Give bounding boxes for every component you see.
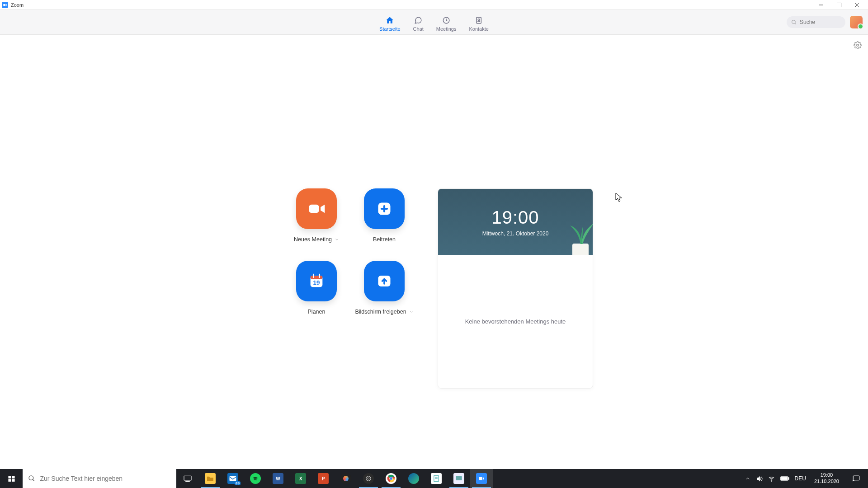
- taskbar-app-spotify[interactable]: [244, 469, 267, 488]
- svg-rect-24: [8, 479, 11, 482]
- tab-meetings[interactable]: Meetings: [436, 13, 457, 32]
- avatar[interactable]: [850, 16, 863, 28]
- svg-rect-21: [572, 244, 589, 255]
- schedule-button[interactable]: 19: [296, 261, 337, 301]
- taskbar-search-input[interactable]: [40, 475, 171, 482]
- taskbar-app-powerpoint[interactable]: P: [312, 469, 335, 488]
- svg-rect-44: [788, 478, 788, 479]
- windows-icon: [8, 475, 15, 483]
- tab-chat[interactable]: Chat: [413, 13, 424, 32]
- titlebar: Zoom: [0, 0, 868, 10]
- taskbar-app-notepad[interactable]: [425, 469, 448, 488]
- notification-icon: [852, 474, 860, 483]
- svg-point-8: [792, 20, 796, 23]
- new-meeting-button[interactable]: [296, 188, 337, 229]
- svg-rect-25: [12, 479, 14, 482]
- schedule-label: Planen: [308, 309, 326, 315]
- taskbar-app-chrome[interactable]: [380, 469, 402, 488]
- chevron-down-icon[interactable]: [335, 237, 339, 242]
- svg-rect-0: [3, 4, 5, 5]
- svg-rect-16: [311, 276, 323, 279]
- calendar-hero: 19:00 Mittwoch, 21. Oktober 2020: [438, 189, 593, 255]
- tray-notifications[interactable]: [847, 469, 865, 488]
- taskbar-search[interactable]: [23, 469, 176, 488]
- tray-clock[interactable]: 19:00 21.10.2020: [811, 472, 842, 485]
- chrome-icon: [386, 473, 396, 484]
- app-icon: [453, 473, 464, 484]
- maximize-button[interactable]: [830, 0, 848, 10]
- cursor-icon: [615, 192, 623, 202]
- taskbar-app-generic1[interactable]: [335, 469, 357, 488]
- chevron-down-icon[interactable]: [409, 310, 414, 314]
- tab-home[interactable]: Startseite: [379, 13, 400, 32]
- share-screen-icon: [376, 273, 392, 289]
- svg-point-10: [857, 44, 859, 47]
- svg-rect-22: [8, 476, 11, 479]
- chat-icon: [414, 16, 422, 25]
- window-title: Zoom: [11, 2, 24, 8]
- obs-icon: [363, 473, 374, 484]
- taskbar-app-zoom[interactable]: [470, 469, 493, 488]
- clock-icon: [442, 16, 450, 25]
- share-screen-button[interactable]: [364, 261, 405, 301]
- calendar-card: 19:00 Mittwoch, 21. Oktober 2020 Keine b…: [438, 188, 593, 389]
- contacts-icon: [475, 16, 483, 25]
- start-button[interactable]: [0, 469, 23, 488]
- wifi-icon: [768, 475, 775, 482]
- search-icon: [791, 19, 797, 25]
- taskbar-app-generic2[interactable]: [448, 469, 470, 488]
- plant-illustration: [557, 210, 593, 255]
- taskbar-app-word[interactable]: W: [267, 469, 289, 488]
- folder-icon: [205, 473, 216, 484]
- task-view-button[interactable]: [176, 469, 199, 488]
- new-meeting-label: Neues Meeting: [294, 236, 332, 243]
- edge-icon: [408, 473, 419, 484]
- taskbar-app-explorer[interactable]: [199, 469, 222, 488]
- video-icon: [307, 199, 326, 219]
- tab-contacts[interactable]: Kontakte: [469, 13, 488, 32]
- svg-point-35: [390, 477, 392, 480]
- zoom-icon: [476, 473, 487, 484]
- svg-rect-28: [184, 476, 191, 480]
- svg-point-31: [366, 476, 371, 481]
- svg-text:19: 19: [313, 279, 320, 286]
- excel-icon: X: [295, 473, 306, 484]
- taskbar-app-obs[interactable]: [357, 469, 380, 488]
- svg-point-26: [29, 476, 33, 480]
- plus-icon: [376, 201, 392, 217]
- chevron-up-icon: [745, 476, 750, 481]
- tab-meetings-label: Meetings: [436, 26, 457, 32]
- close-button[interactable]: [848, 0, 866, 10]
- svg-rect-30: [230, 476, 236, 481]
- notepad-icon: [431, 473, 442, 484]
- minimize-button[interactable]: [812, 0, 830, 10]
- join-label: Beitreten: [373, 236, 396, 243]
- taskbar-app-mail[interactable]: 69: [222, 469, 244, 488]
- taskbar-app-edge[interactable]: [402, 469, 425, 488]
- search-input[interactable]: [800, 19, 840, 25]
- tray-wifi[interactable]: [768, 475, 775, 482]
- taskbar-app-excel[interactable]: X: [289, 469, 312, 488]
- task-view-icon: [183, 475, 192, 482]
- tray-battery[interactable]: [780, 476, 789, 481]
- header: Startseite Chat Meetings Kontakte: [0, 10, 868, 35]
- settings-button[interactable]: [854, 41, 862, 51]
- tray-clock-time: 19:00: [814, 472, 839, 479]
- app-icon: [340, 473, 351, 484]
- tab-home-label: Startseite: [379, 26, 400, 32]
- calendar-icon: 19: [307, 272, 326, 290]
- clock-date: Mittwoch, 21. Oktober 2020: [482, 230, 549, 237]
- word-icon: W: [273, 473, 283, 484]
- tray-volume[interactable]: [756, 475, 763, 482]
- gear-icon: [854, 41, 862, 49]
- search-box[interactable]: [787, 16, 845, 28]
- tray-chevron[interactable]: [745, 476, 750, 481]
- tray-clock-date: 21.10.2020: [814, 479, 839, 485]
- search-icon: [28, 474, 35, 483]
- tray-language[interactable]: DEU: [795, 475, 806, 482]
- svg-rect-11: [309, 205, 319, 213]
- battery-icon: [780, 476, 789, 481]
- join-button[interactable]: [364, 188, 405, 229]
- svg-rect-23: [12, 476, 14, 479]
- tab-contacts-label: Kontakte: [469, 26, 488, 32]
